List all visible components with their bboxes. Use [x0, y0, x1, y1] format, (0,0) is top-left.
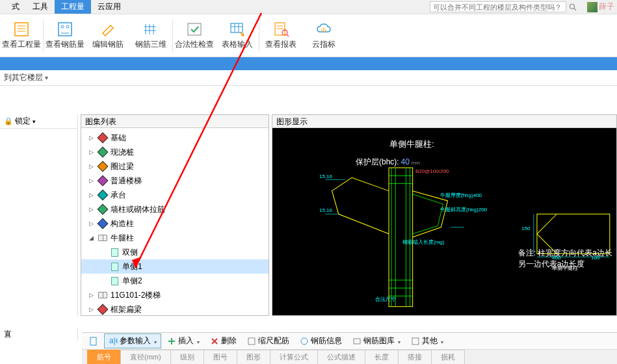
tree-node-corbel[interactable]: ◢牛腿柱: [81, 231, 269, 245]
tree-node-ringbeam[interactable]: ▷圈过梁: [81, 159, 269, 174]
ribbon-toolbar: 查看工程量 查看钢筋量 编辑钢筋 钢筋三维 合法性检查 表格输入 查看报表 云指…: [0, 14, 617, 57]
canvas-title: 图形显示: [272, 115, 616, 128]
ribbon-label: 合法性检查: [175, 39, 214, 50]
menu-bar: 式 工具 工程量 云应用 薛子: [0, 0, 617, 14]
btn-other[interactable]: 其他: [406, 333, 448, 348]
tree-node-pile[interactable]: ▷现浇桩: [81, 145, 269, 159]
ribbon-label: 查看钢筋量: [46, 39, 85, 50]
svg-point-7: [61, 25, 64, 28]
book-icon: [98, 292, 107, 298]
tree-node-tie[interactable]: ▷墙柱或砌体拉筋: [81, 202, 269, 216]
tab-9[interactable]: 损耗: [431, 350, 465, 364]
search-icon[interactable]: [568, 2, 578, 12]
tool-edit-rebar[interactable]: 编辑钢筋: [86, 21, 129, 50]
param-toolbar: a|e参数输入 插入 删除 缩尺配筋 钢筋信息 钢筋图库 其他: [82, 333, 617, 350]
atlas-tree-panel: 图集列表 ▷基础 ▷现浇桩 ▷圈过梁 ▷普通楼梯 ▷承台 ▷墙柱或砌体拉筋 ▷构…: [81, 114, 269, 316]
data-tabs: 筋号 直径(mm) 级别 图号 图形 计算公式 公式描述 长度 搭接 损耗: [82, 350, 617, 364]
drawing-note: 备注: 柱宽度方向代表a边长另一边代表a边长度: [518, 248, 612, 270]
tool-table-input[interactable]: 表格输入: [216, 21, 259, 50]
lock-dropdown[interactable]: 锁定: [4, 116, 36, 127]
svg-rect-16: [231, 23, 243, 32]
left-footer: 直: [0, 328, 78, 341]
page-icon: [111, 248, 118, 257]
tree-node-flatbeam[interactable]: ▷框架扁梁: [81, 302, 269, 315]
tab-8[interactable]: 搭接: [398, 350, 432, 364]
ribbon-label: 编辑钢筋: [92, 39, 124, 50]
breadcrumb-row: 到其它楼层: [0, 70, 617, 86]
tree-leaf-single1[interactable]: 单侧1: [81, 259, 269, 274]
floor-dropdown[interactable]: 到其它楼层: [4, 72, 48, 83]
svg-rect-54: [412, 338, 419, 344]
tab-2[interactable]: 级别: [170, 350, 204, 364]
avatar-icon: [587, 2, 597, 12]
btn-scale[interactable]: 缩尺配筋: [243, 333, 294, 348]
btn-insert[interactable]: 插入: [163, 333, 204, 348]
cad-drawing: [272, 128, 616, 315]
svg-rect-45: [90, 337, 96, 345]
main-area: 锁定 图集列表 ▷基础 ▷现浇桩 ▷圈过梁 ▷普通楼梯 ▷承台 ▷墙柱或砌体拉筋…: [0, 114, 617, 316]
tab-1[interactable]: 直径(mm): [120, 350, 171, 364]
btn-info[interactable]: 钢筋信息: [295, 333, 347, 348]
page-icon: [111, 277, 118, 285]
tree-node-cap[interactable]: ▷承台: [81, 188, 269, 202]
tab-6[interactable]: 公式描述: [317, 350, 365, 364]
tree-node-stair[interactable]: ▷普通楼梯: [81, 174, 269, 188]
book-icon: [98, 235, 107, 241]
grid3d-icon: [140, 21, 161, 38]
svg-point-0: [570, 4, 575, 8]
tool-report[interactable]: 查看报表: [259, 21, 302, 50]
tree-leaf-single2[interactable]: 单侧2: [81, 274, 269, 288]
btn-param-input[interactable]: a|e参数输入: [104, 333, 161, 348]
table-arrow-icon: [227, 21, 248, 38]
menu-item-0[interactable]: 式: [5, 0, 26, 14]
user-avatar[interactable]: 薛子: [587, 1, 614, 12]
tab-7[interactable]: 长度: [365, 350, 399, 364]
tool-cloud[interactable]: 云指标: [302, 21, 345, 50]
tree-body[interactable]: ▷基础 ▷现浇桩 ▷圈过梁 ▷普通楼梯 ▷承台 ▷墙柱或砌体拉筋 ▷构造柱 ◢牛…: [81, 128, 269, 315]
doc-lines-icon: [11, 21, 32, 38]
ribbon-label: 查看工程量: [2, 39, 41, 50]
ribbon-label: 查看报表: [265, 39, 296, 50]
btn-doc[interactable]: [85, 335, 103, 348]
tool-validate[interactable]: 合法性检查: [173, 21, 216, 50]
tab-4[interactable]: 图形: [237, 350, 270, 364]
ribbon-label: 钢筋三维: [135, 39, 166, 50]
tree-node-construct-col[interactable]: ▷构造柱: [81, 216, 269, 231]
ribbon-label: 表格输入: [222, 39, 253, 50]
cad-canvas[interactable]: 单侧牛腿柱: 保护层(bhc): 40 mm: [272, 128, 616, 315]
svg-rect-51: [248, 338, 255, 344]
btn-delete[interactable]: 删除: [205, 333, 241, 348]
search-input[interactable]: [430, 1, 566, 12]
tool-view-rebar[interactable]: 查看钢筋量: [44, 21, 86, 50]
tree-title: 图集列表: [81, 115, 269, 128]
svg-text:a|e: a|e: [109, 337, 118, 345]
svg-rect-6: [59, 23, 72, 36]
doc-plus-icon: [55, 21, 75, 38]
svg-line-24: [287, 34, 289, 36]
svg-point-8: [66, 25, 69, 28]
svg-rect-2: [15, 23, 28, 36]
svg-rect-15: [188, 23, 201, 35]
svg-rect-28: [389, 168, 413, 307]
svg-line-1: [574, 8, 576, 10]
menu-item-2[interactable]: 工程量: [55, 0, 91, 14]
bottom-pane: a|e参数输入 插入 删除 缩尺配筋 钢筋信息 钢筋图库 其他 筋号 直径(mm…: [82, 332, 617, 364]
cloud-icon: [313, 21, 334, 38]
btn-lib[interactable]: 钢筋图库: [348, 333, 405, 348]
tab-3[interactable]: 图号: [203, 350, 237, 364]
ribbon-label: 云指标: [312, 39, 335, 50]
tool-view-qty[interactable]: 查看工程量: [0, 21, 43, 50]
tree-node-foundation[interactable]: ▷基础: [81, 131, 269, 145]
pencil-icon: [98, 21, 118, 38]
tab-5[interactable]: 计算公式: [270, 350, 318, 364]
search-box: [430, 1, 578, 12]
tab-0[interactable]: 筋号: [87, 350, 121, 364]
tool-rebar-3d[interactable]: 钢筋三维: [129, 21, 172, 50]
graphic-panel: 图形显示 (X: -287 Y: 61 单侧牛腿柱: 保护层(bhc): 40 …: [272, 114, 617, 316]
check-icon: [184, 21, 205, 38]
menu-item-1[interactable]: 工具: [26, 0, 55, 14]
tree-node-11g[interactable]: ▷11G101-2楼梯: [81, 288, 269, 302]
left-tool-panel: 锁定: [0, 114, 78, 316]
menu-item-3[interactable]: 云应用: [91, 0, 127, 14]
tree-leaf-double[interactable]: 双侧: [81, 245, 269, 259]
